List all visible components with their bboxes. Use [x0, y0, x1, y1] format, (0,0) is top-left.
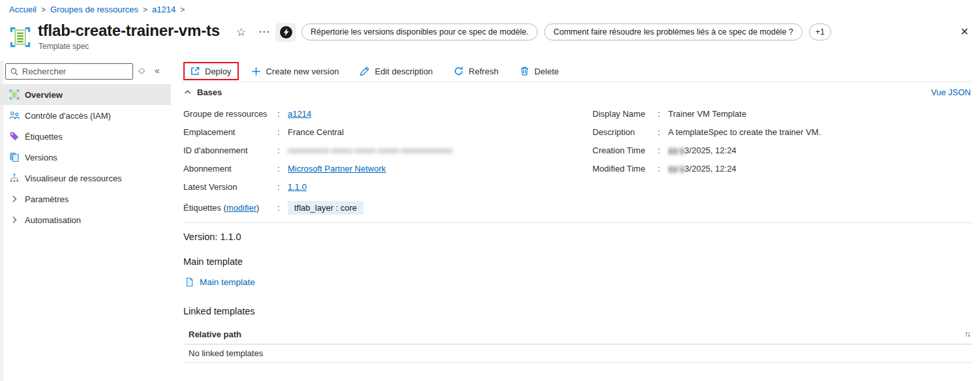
suggestion-pill-versions[interactable]: Répertorie les versions disponibles pour…: [301, 23, 538, 40]
document-icon: [185, 277, 194, 287]
colon: :: [277, 203, 284, 213]
sidebar-item-overview[interactable]: Overview: [0, 84, 171, 105]
table-empty-row: No linked templates: [183, 344, 972, 363]
essentials-left-column: Groupe de ressources : a1214 Emplacement…: [183, 104, 453, 215]
page-title: tflab-create-trainer-vm-ts: [38, 22, 220, 40]
essentials-right-column: Display Name : Trainer VM Template Descr…: [592, 104, 821, 177]
access-control-icon: [9, 110, 20, 121]
colon: :: [658, 164, 664, 174]
version-line: Version: 1.1.0: [183, 232, 241, 242]
latest-version-link[interactable]: 1.1.0: [288, 182, 307, 192]
sidebar-item-settings-group[interactable]: Paramètres: [0, 189, 171, 209]
search-icon: [10, 67, 19, 76]
colon: :: [658, 145, 664, 155]
tag-chip[interactable]: tflab_layer : core: [288, 201, 363, 215]
sidebar-item-automation-group[interactable]: Automatisation: [0, 209, 171, 230]
toolbar-divider: [183, 82, 972, 82]
delete-button[interactable]: Delete: [513, 63, 565, 80]
sidebar-item-label: Contrôle d'accès (IAM): [25, 111, 111, 121]
plus-icon: [251, 67, 261, 76]
search-input[interactable]: [22, 67, 129, 76]
resource-group-label: Groupe de ressources: [183, 109, 277, 119]
resource-menu: Overview Contrôle d'accès (IAM) Étiquett…: [0, 84, 171, 230]
colon: :: [277, 164, 284, 174]
creation-time-label: Creation Time: [592, 145, 658, 155]
tags-edit-link[interactable]: modifier: [226, 203, 256, 213]
relative-path-column-header[interactable]: Relative path: [189, 329, 241, 339]
subscription-id-row: ID d'abonnement : ●●●●●●●●-●●●●-●●●●-●●●…: [183, 141, 453, 159]
essentials-title: Bases: [197, 87, 222, 97]
json-view-link[interactable]: Vue JSON: [931, 87, 971, 97]
edit-description-button[interactable]: Edit description: [354, 63, 438, 80]
breadcrumb-separator: >: [180, 5, 185, 14]
sidebar-item-label: Étiquettes: [25, 132, 63, 142]
table-header-row: Relative path ↑↓: [183, 324, 972, 344]
breadcrumb: Accueil > Groupes de ressources > a1214 …: [9, 5, 185, 14]
favorite-star-icon[interactable]: ☆: [236, 25, 246, 39]
create-new-version-button[interactable]: Create new version: [245, 63, 345, 80]
deploy-label: Deploy: [205, 67, 231, 76]
copilot-button[interactable]: [275, 23, 296, 42]
collapse-menu-icon[interactable]: «: [155, 65, 160, 76]
tags-row: Étiquettes (modifier) : tflab_layer : co…: [183, 200, 453, 215]
chevron-up-icon: [183, 88, 192, 97]
sort-icon[interactable]: ↑↓: [964, 329, 970, 339]
delete-label: Delete: [534, 67, 559, 76]
modified-time-value: ▮▮/▮3/2025, 12:24: [668, 164, 737, 174]
sidebar-item-tags[interactable]: Étiquettes: [0, 126, 171, 147]
location-label: Emplacement: [183, 127, 277, 137]
subscription-id-redacted-value: ●●●●●●●●-●●●●-●●●●-●●●●-●●●●●●●●●●: [288, 145, 453, 155]
sidebar-item-label: Automatisation: [25, 215, 81, 225]
command-bar: Deploy Create new version Edit descripti…: [183, 61, 564, 82]
chevron-right-icon: [9, 215, 20, 225]
colon: :: [277, 127, 284, 137]
tags-label: Étiquettes (modifier): [183, 203, 277, 213]
breadcrumb-a1214-link[interactable]: a1214: [152, 5, 176, 14]
display-name-value: Trainer VM Template: [668, 109, 746, 119]
sidebar-item-resource-visualizer[interactable]: Visualiseur de ressources: [0, 168, 171, 189]
sidebar-item-label: Visualiseur de ressources: [25, 174, 122, 183]
deploy-button[interactable]: Deploy: [183, 62, 239, 80]
sidebar-item-label: Versions: [25, 153, 57, 162]
template-spec-icon: [9, 26, 31, 48]
copilot-icon: [279, 25, 293, 39]
subscription-link[interactable]: Microsoft Partner Network: [288, 164, 386, 174]
location-value: France Central: [288, 127, 344, 137]
deploy-icon: [190, 66, 200, 76]
latest-version-label: Latest Version: [183, 182, 277, 192]
menu-options-icon[interactable]: ◇: [138, 65, 145, 75]
description-value: A templateSpec to create the trainer VM.: [668, 127, 821, 137]
breadcrumb-resource-groups-link[interactable]: Groupes de ressources: [50, 5, 138, 14]
breadcrumb-separator: >: [41, 5, 46, 14]
breadcrumb-home-link[interactable]: Accueil: [9, 5, 37, 14]
more-actions-icon[interactable]: ⋯: [258, 25, 270, 38]
main-template-link[interactable]: Main template: [185, 277, 255, 287]
sidebar-item-label: Overview: [25, 90, 63, 100]
resource-group-row: Groupe de ressources : a1214: [183, 104, 453, 123]
breadcrumb-separator: >: [143, 5, 147, 14]
overview-icon: [9, 89, 20, 100]
close-icon[interactable]: ✕: [960, 25, 969, 38]
main-template-heading: Main template: [183, 256, 243, 267]
modified-time-redacted: ▮▮/▮: [668, 164, 684, 174]
description-row: Description : A templateSpec to create t…: [592, 123, 821, 141]
creation-time-row: Creation Time : ▮▮/▮3/2025, 12:24: [592, 141, 821, 159]
suggestion-pill-more[interactable]: +1: [809, 23, 831, 40]
sidebar-item-versions[interactable]: Versions: [0, 147, 171, 168]
creation-time-value: ▮▮/▮3/2025, 12:24: [668, 145, 737, 155]
resource-visualizer-icon: [9, 173, 20, 183]
refresh-label: Refresh: [468, 67, 498, 76]
sidebar-item-label: Paramètres: [25, 194, 69, 204]
subscription-id-label: ID d'abonnement: [183, 145, 277, 155]
refresh-button[interactable]: Refresh: [448, 63, 504, 80]
page-subtitle: Template spec: [38, 42, 89, 51]
refresh-icon: [453, 66, 464, 76]
creation-time-redacted: ▮▮/▮: [668, 145, 684, 155]
resource-group-link[interactable]: a1214: [288, 109, 311, 119]
suggestion-pill-troubleshoot[interactable]: Comment faire résoudre les problèmes lié…: [544, 23, 803, 40]
sidebar-item-access-control[interactable]: Contrôle d'accès (IAM): [0, 105, 171, 126]
linked-templates-heading: Linked templates: [183, 306, 255, 316]
colon: :: [277, 182, 284, 192]
location-row: Emplacement : France Central: [183, 123, 453, 141]
essentials-collapse-toggle[interactable]: Bases: [183, 87, 222, 97]
